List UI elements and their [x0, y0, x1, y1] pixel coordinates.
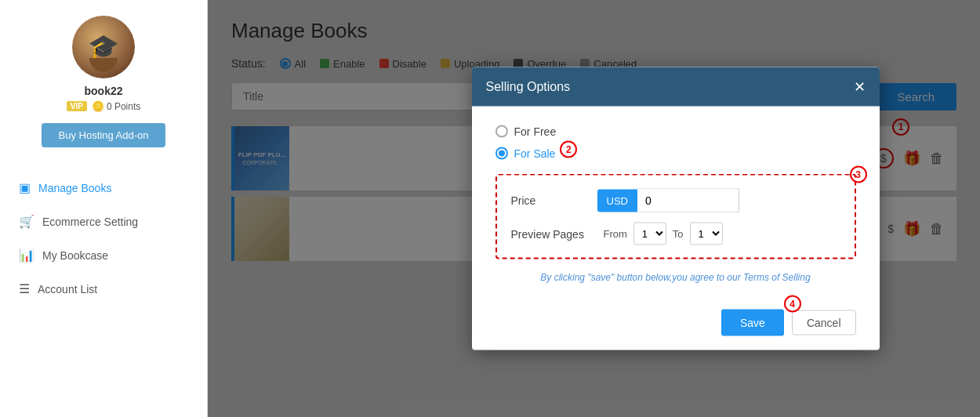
for-sale-wrapper: For Sale 2: [495, 147, 556, 168]
preview-pages-label: Preview Pages: [511, 227, 597, 240]
vip-badge: VIP: [67, 101, 87, 111]
annotation-3: 3: [850, 166, 867, 183]
selling-options-modal: Selling Options ✕ For Free For Sale 2: [472, 67, 880, 350]
buy-hosting-button[interactable]: Buy Hosting Add-on: [42, 123, 166, 147]
avatar: 🎓: [72, 16, 135, 78]
sidebar-item-account[interactable]: ☰ Account List: [0, 272, 207, 306]
price-label: Price: [511, 194, 597, 207]
terms-text: By clicking "save" button below,you agre…: [495, 272, 856, 283]
main-content: Manage Books Status: All Enable Disable …: [208, 0, 980, 417]
preview-pages-row: Preview Pages From 1235 To 1235: [511, 223, 840, 245]
price-row: Price USD: [511, 188, 840, 213]
option-for-free[interactable]: For Free: [495, 125, 856, 138]
annotation-2: 2: [560, 141, 577, 158]
dashed-price-box: Price USD Preview Pages From 1235 To 12: [495, 174, 856, 259]
save-button[interactable]: Save: [721, 310, 784, 336]
modal-close-button[interactable]: ✕: [854, 78, 866, 96]
account-icon: ☰: [19, 281, 30, 296]
username-label: book22: [84, 85, 122, 97]
price-input[interactable]: [637, 188, 739, 213]
currency-button[interactable]: USD: [597, 189, 637, 212]
sidebar-item-ecommerce[interactable]: 🛒 Ecommerce Setting: [0, 205, 207, 238]
sidebar: 🎓 book22 VIP 🪙 0 Points Buy Hosting Add-…: [0, 0, 208, 417]
to-pages-select[interactable]: 1235: [690, 223, 723, 245]
annotation-4: 4: [784, 296, 801, 313]
nav-menu: ▣ Manage Books 🛒 Ecommerce Setting 📊 My …: [0, 171, 207, 306]
cancel-button[interactable]: Cancel: [792, 310, 856, 335]
modal-header: Selling Options ✕: [472, 67, 880, 107]
bookcase-icon: 📊: [19, 248, 34, 263]
modal-footer: 4 Save Cancel: [472, 310, 880, 350]
price-section: Price USD Preview Pages From 1235 To 12: [495, 174, 856, 259]
from-pages-select[interactable]: 1235: [633, 223, 666, 245]
option-for-sale[interactable]: For Sale: [495, 147, 556, 160]
manage-books-icon: ▣: [19, 180, 31, 195]
coins-icon: 🪙: [92, 100, 104, 112]
radio-free: [495, 125, 508, 138]
radio-sale: [495, 147, 508, 160]
ecommerce-icon: 🛒: [19, 214, 34, 229]
modal-title: Selling Options: [486, 80, 571, 94]
modal-body: For Free For Sale 2 Price USD: [472, 107, 880, 310]
points-label: 🪙 0 Points: [92, 100, 140, 112]
sidebar-item-manage-books[interactable]: ▣ Manage Books: [0, 171, 207, 205]
sidebar-item-bookcase[interactable]: 📊 My Bookcase: [0, 238, 207, 272]
